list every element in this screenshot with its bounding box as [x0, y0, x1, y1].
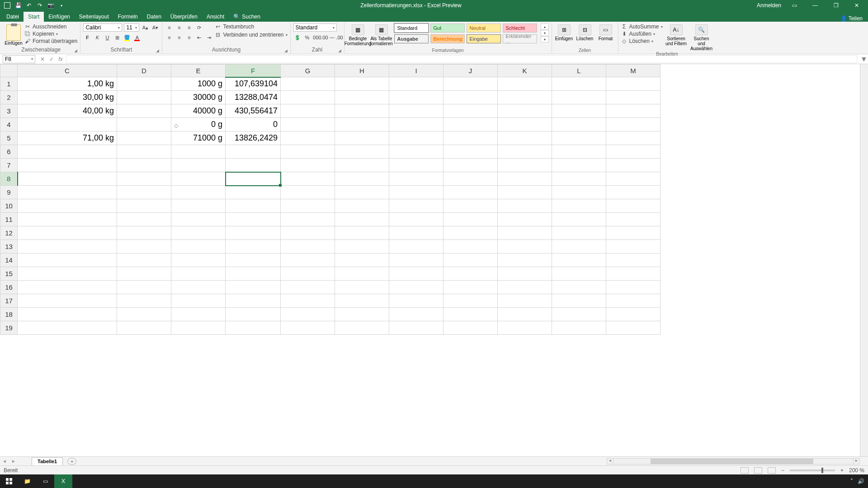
autosum-button[interactable]: ΣAutoSumme ▾ — [621, 23, 663, 30]
cell-D17[interactable] — [117, 294, 171, 308]
cell-K7[interactable] — [498, 159, 552, 172]
cell-J3[interactable] — [443, 104, 498, 118]
cell-M6[interactable] — [606, 145, 660, 159]
cell-L19[interactable] — [552, 321, 606, 335]
cell-F12[interactable] — [226, 226, 281, 240]
cell-M15[interactable] — [606, 267, 660, 281]
redo-icon[interactable]: ↷ — [36, 2, 43, 9]
cell-M14[interactable] — [606, 253, 660, 267]
cell-I8[interactable] — [389, 172, 443, 186]
taskbar-app-icon[interactable]: ▭ — [36, 474, 54, 488]
row-header-3[interactable]: 3 — [0, 104, 18, 118]
cell-J11[interactable] — [443, 213, 498, 226]
cell-G6[interactable] — [281, 145, 335, 159]
cell-C4[interactable] — [18, 118, 117, 131]
cell-M12[interactable] — [606, 226, 660, 240]
cell-J14[interactable] — [443, 253, 498, 267]
close-button[interactable]: ✕ — [849, 0, 864, 11]
style-gut[interactable]: Gut — [430, 23, 465, 33]
cells-delete-button[interactable]: ⊟Löschen — [576, 23, 594, 41]
add-sheet-button[interactable]: + — [67, 458, 76, 465]
name-box[interactable]: F8▾ — [3, 55, 35, 63]
cell-K9[interactable] — [498, 186, 552, 199]
row-header-15[interactable]: 15 — [0, 267, 18, 281]
cell-E4[interactable]: ◇0 g — [171, 118, 226, 131]
cell-E3[interactable]: 40000 g — [171, 104, 226, 118]
align-bottom-icon[interactable]: ≡ — [185, 23, 193, 32]
cell-C10[interactable] — [18, 199, 117, 213]
cell-J1[interactable] — [443, 77, 498, 91]
cell-L1[interactable] — [552, 77, 606, 91]
cell-D10[interactable] — [117, 199, 171, 213]
cell-G10[interactable] — [281, 199, 335, 213]
cell-I16[interactable] — [389, 281, 443, 294]
paste-button[interactable]: Einfügen — [5, 23, 23, 46]
tab-file[interactable]: Datei — [2, 12, 24, 22]
row-header-13[interactable]: 13 — [0, 240, 18, 253]
cell-H14[interactable] — [335, 253, 389, 267]
cell-E1[interactable]: 1000 g — [171, 77, 226, 91]
cell-G4[interactable] — [281, 118, 335, 131]
cell-K1[interactable] — [498, 77, 552, 91]
fx-enter-icon[interactable]: ✓ — [47, 56, 56, 62]
cell-D4[interactable] — [117, 118, 171, 131]
cell-H5[interactable] — [335, 131, 389, 145]
cell-L9[interactable] — [552, 186, 606, 199]
cell-C11[interactable] — [18, 213, 117, 226]
style-neutral[interactable]: Neutral — [467, 23, 501, 33]
start-button[interactable] — [0, 474, 18, 488]
font-size-combo[interactable]: 11▾ — [124, 23, 139, 32]
cell-C9[interactable] — [18, 186, 117, 199]
cell-I19[interactable] — [389, 321, 443, 335]
conditional-formatting-button[interactable]: ▦ Bedingte Formatierung — [347, 23, 369, 46]
cell-K15[interactable] — [498, 267, 552, 281]
cell-G17[interactable] — [281, 294, 335, 308]
cell-L18[interactable] — [552, 308, 606, 321]
cell-G2[interactable] — [281, 91, 335, 104]
col-header-J[interactable]: J — [443, 65, 498, 77]
font-name-combo[interactable]: Calibri▾ — [83, 23, 122, 32]
cell-J5[interactable] — [443, 131, 498, 145]
cell-K3[interactable] — [498, 104, 552, 118]
tab-review[interactable]: Überprüfen — [166, 12, 202, 22]
view-page-break-icon[interactable] — [768, 467, 776, 474]
sign-in-link[interactable]: Anmelden — [757, 2, 781, 9]
cell-F9[interactable] — [226, 186, 281, 199]
decrease-font-icon[interactable]: A▾ — [151, 23, 159, 32]
cell-D12[interactable] — [117, 226, 171, 240]
cell-J18[interactable] — [443, 308, 498, 321]
cell-L5[interactable] — [552, 131, 606, 145]
cell-F14[interactable] — [226, 253, 281, 267]
cell-I12[interactable] — [389, 226, 443, 240]
row-header-16[interactable]: 16 — [0, 281, 18, 294]
cell-L13[interactable] — [552, 240, 606, 253]
row-header-10[interactable]: 10 — [0, 199, 18, 213]
cell-D14[interactable] — [117, 253, 171, 267]
cell-G16[interactable] — [281, 281, 335, 294]
gallery-up-icon[interactable]: ▴ — [541, 23, 549, 30]
cell-D3[interactable] — [117, 104, 171, 118]
cell-M1[interactable] — [606, 77, 660, 91]
cell-F2[interactable]: 13288,0474 — [226, 91, 281, 104]
cell-G7[interactable] — [281, 159, 335, 172]
cell-G14[interactable] — [281, 253, 335, 267]
cell-I7[interactable] — [389, 159, 443, 172]
increase-indent-icon[interactable]: ⇥ — [205, 33, 213, 42]
cell-I3[interactable] — [389, 104, 443, 118]
minimize-button[interactable]: — — [807, 0, 823, 11]
cell-J13[interactable] — [443, 240, 498, 253]
col-header-M[interactable]: M — [606, 65, 660, 77]
cell-E11[interactable] — [171, 213, 226, 226]
cell-E15[interactable] — [171, 267, 226, 281]
alignment-launcher-icon[interactable]: ◢ — [284, 48, 288, 53]
cell-L8[interactable] — [552, 172, 606, 186]
tray-up-icon[interactable]: ˄ — [850, 478, 853, 484]
cell-K12[interactable] — [498, 226, 552, 240]
cell-L6[interactable] — [552, 145, 606, 159]
cell-C19[interactable] — [18, 321, 117, 335]
cell-I18[interactable] — [389, 308, 443, 321]
cell-K14[interactable] — [498, 253, 552, 267]
row-header-7[interactable]: 7 — [0, 159, 18, 172]
cell-C6[interactable] — [18, 145, 117, 159]
cell-E6[interactable] — [171, 145, 226, 159]
